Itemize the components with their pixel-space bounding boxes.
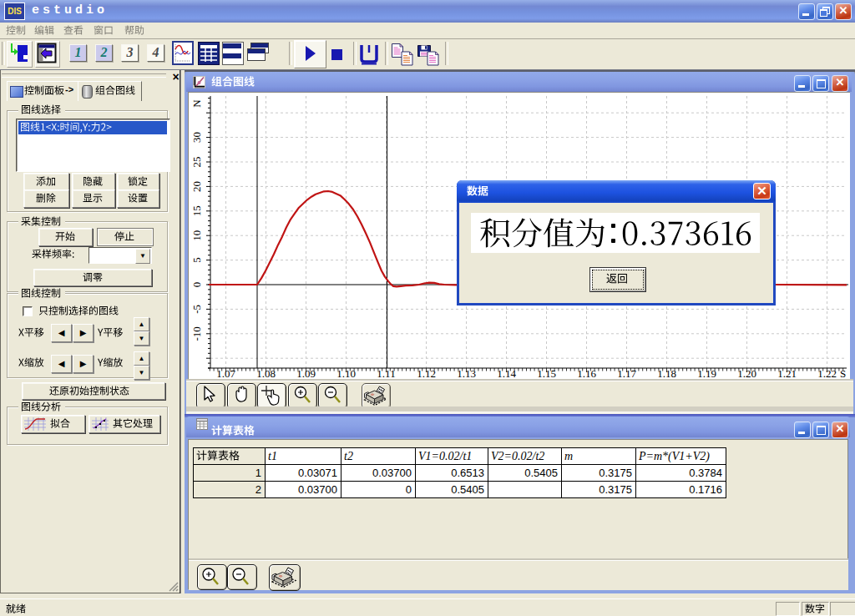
svg-text:1.07: 1.07: [216, 367, 235, 380]
svg-text:S: S: [840, 367, 846, 380]
svg-text:25: 25: [190, 157, 203, 168]
svg-text:1.16: 1.16: [577, 367, 596, 380]
svg-text:1.09: 1.09: [296, 367, 316, 380]
svg-text:1.17: 1.17: [617, 367, 636, 380]
svg-text:1.11: 1.11: [377, 367, 395, 380]
svg-text:1.14: 1.14: [497, 367, 516, 380]
svg-text:1.19: 1.19: [697, 367, 716, 380]
svg-text:1.08: 1.08: [256, 367, 276, 380]
svg-text:-10: -10: [190, 326, 203, 341]
svg-text:1.21: 1.21: [777, 367, 797, 380]
svg-text:-5: -5: [190, 305, 203, 314]
svg-text:1.20: 1.20: [737, 367, 756, 380]
svg-text:1.13: 1.13: [457, 367, 476, 380]
svg-text:1.12: 1.12: [417, 367, 436, 380]
svg-text:0: 0: [190, 282, 203, 288]
svg-text:15: 15: [190, 205, 203, 216]
svg-text:10: 10: [190, 230, 203, 241]
svg-text:1.15: 1.15: [537, 367, 556, 380]
svg-text:1.10: 1.10: [336, 367, 356, 380]
svg-text:1.18: 1.18: [657, 367, 676, 380]
svg-text:5: 5: [190, 257, 203, 263]
svg-text:30: 30: [190, 132, 203, 143]
svg-text:20: 20: [190, 181, 203, 192]
svg-text:N: N: [190, 99, 203, 108]
svg-text:1.22: 1.22: [817, 367, 837, 380]
